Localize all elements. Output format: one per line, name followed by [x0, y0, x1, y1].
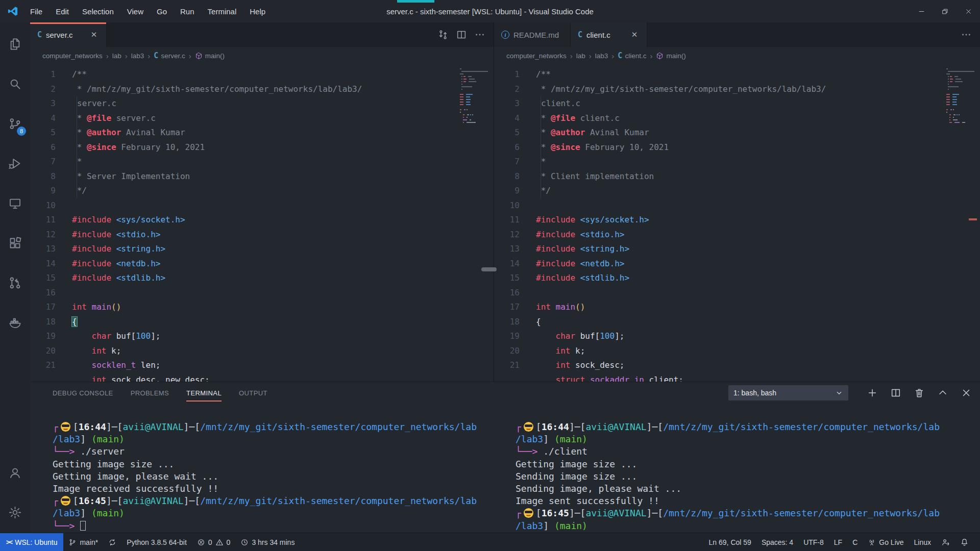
statusbar-encoding[interactable]: UTF-8 [798, 533, 829, 551]
menu-run[interactable]: Run [174, 0, 201, 22]
menu-selection[interactable]: Selection [76, 0, 120, 22]
minimap-line [460, 117, 489, 118]
panel: DEBUG CONSOLEPROBLEMSTERMINALOUTPUT 1: b… [30, 382, 980, 533]
minimap[interactable] [946, 68, 976, 124]
tab-server.c[interactable]: Cserver.c✕ [30, 22, 107, 47]
activity-docker[interactable] [0, 304, 30, 341]
breadcrumb-symbol[interactable]: main() [656, 52, 685, 60]
breadcrumb-item[interactable]: computer_networks [506, 52, 567, 60]
breadcrumb-file[interactable]: Cclient.c [618, 51, 646, 60]
minimap-line [946, 68, 976, 69]
minimize-button[interactable] [910, 0, 933, 22]
sync-icon [108, 538, 116, 546]
window-title: server.c - sixth-semester [WSL: Ubuntu] … [386, 7, 594, 16]
statusbar-cursor-position[interactable]: Ln 69, Col 59 [704, 533, 756, 551]
statusbar-language-mode[interactable]: C [847, 533, 863, 551]
terminal-right[interactable]: ┌[16:44]─[avii@AVINAL]─[/mnt/z/my_git/si… [516, 404, 977, 533]
statusbar-sync[interactable] [103, 533, 121, 551]
terminal-line: ┌[16:44]─[avii@AVINAL]─[/mnt/z/my_git/si… [516, 421, 977, 433]
menu-view[interactable]: View [120, 0, 150, 22]
panel-tab-problems[interactable]: PROBLEMS [131, 382, 169, 404]
chevron-right-icon: › [589, 52, 592, 60]
split-terminal-icon[interactable] [890, 387, 901, 398]
code-line: * @author Avinal Kumar [72, 126, 494, 140]
menu-terminal[interactable]: Terminal [201, 0, 243, 22]
breadcrumb-file[interactable]: Cserver.c [154, 51, 185, 60]
more-icon[interactable] [961, 29, 972, 40]
split-editor-icon[interactable] [456, 29, 467, 40]
restore-button[interactable] [933, 0, 957, 22]
breadcrumb-symbol[interactable]: main() [195, 52, 225, 60]
activity-remote-explorer[interactable] [0, 185, 30, 221]
breadcrumb-item[interactable]: computer_networks [42, 52, 103, 60]
activity-explorer[interactable] [0, 26, 30, 62]
more-icon[interactable] [474, 29, 485, 40]
menu-go[interactable]: Go [150, 0, 174, 22]
maximize-panel-icon[interactable] [937, 387, 948, 398]
chevron-right-icon: › [125, 52, 128, 60]
close-panel-icon[interactable] [961, 387, 972, 398]
terminal-line: Image received successfully !! [53, 483, 503, 495]
statusbar-problems[interactable]: 00 [192, 533, 236, 551]
panel-tab-terminal[interactable]: TERMINAL [186, 382, 222, 404]
statusbar-python-interpreter[interactable]: Python 3.8.5 64-bit [121, 533, 192, 551]
statusbar-feedback[interactable] [936, 533, 955, 551]
activity-github-pr[interactable] [0, 264, 30, 301]
code-line: #include <netdb.h> [72, 257, 494, 271]
terminal-split: ┌[16:44]─[avii@AVINAL]─[/mnt/z/my_git/si… [30, 404, 980, 533]
sunglasses-emoji [61, 422, 70, 432]
sunglasses-emoji [524, 422, 533, 432]
statusbar-indentation[interactable]: Spaces: 4 [756, 533, 798, 551]
minimap-line [460, 104, 489, 105]
minimap[interactable] [460, 68, 489, 124]
tab-README.md[interactable]: iREADME.md [494, 22, 571, 47]
statusbar-remote-indicator[interactable]: ><WSL: Ubuntu [0, 533, 63, 551]
code-line: int sock_desc; [536, 358, 980, 373]
title-bar: FileEditSelectionViewGoRunTerminalHelp s… [0, 0, 980, 22]
split-sash-handle[interactable] [481, 267, 497, 271]
activity-search[interactable] [0, 65, 30, 102]
terminal-line: /lab3] (main) [53, 507, 503, 519]
activity-account[interactable] [0, 454, 30, 491]
statusbar-os-distro[interactable]: Linux [909, 533, 936, 551]
tab-client.c[interactable]: Cclient.c✕ [571, 22, 647, 47]
code-line: * [536, 155, 980, 169]
breadcrumb-item[interactable]: lab [112, 52, 121, 60]
minimap-line [946, 117, 976, 118]
code-area[interactable]: 123456789101112131415161718192021/** * /… [494, 64, 980, 382]
breadcrumb-item[interactable]: lab3 [595, 52, 608, 60]
activity-source-control[interactable]: 8 [0, 105, 30, 142]
statusbar-go-live[interactable]: Go Live [863, 533, 909, 551]
terminal-left[interactable]: ┌[16:44]─[avii@AVINAL]─[/mnt/z/my_git/si… [53, 404, 503, 533]
statusbar-notifications[interactable] [955, 533, 974, 551]
statusbar-git-branch[interactable]: main* [63, 533, 103, 551]
panel-tab-debug-console[interactable]: DEBUG CONSOLE [53, 382, 113, 404]
close-icon[interactable]: ✕ [89, 30, 99, 40]
statusbar-time-tracker[interactable]: 3 hrs 34 mins [235, 533, 300, 551]
activity-run-debug[interactable] [0, 145, 30, 182]
breadcrumb-item[interactable]: lab3 [131, 52, 144, 60]
menu-file[interactable]: File [23, 0, 49, 22]
new-terminal-icon[interactable] [867, 387, 878, 398]
activity-extensions[interactable] [0, 224, 30, 261]
c-file-icon: C [37, 30, 42, 39]
code-line: * @since February 10, 2021 [72, 140, 494, 155]
code-line: #include <netdb.h> [536, 257, 980, 271]
minimap-line [460, 73, 489, 74]
panel-tab-output[interactable]: OUTPUT [239, 382, 267, 404]
kill-terminal-icon[interactable] [914, 387, 925, 398]
statusbar-eol[interactable]: LF [829, 533, 847, 551]
c-file-icon: C [578, 30, 582, 39]
close-button[interactable] [957, 0, 980, 22]
menu-edit[interactable]: Edit [49, 0, 76, 22]
activity-settings-gear[interactable] [0, 494, 30, 531]
menu-help[interactable]: Help [243, 0, 272, 22]
close-icon[interactable]: ✕ [629, 30, 640, 40]
open-changes-icon[interactable] [437, 29, 449, 40]
code-area[interactable]: 123456789101112131415161718192021/** * /… [30, 64, 494, 382]
broadcast-icon [868, 538, 876, 546]
code-line: char buf[100]; [72, 329, 494, 344]
terminal-line: /lab3] (main) [516, 433, 977, 445]
breadcrumb-item[interactable]: lab [576, 52, 585, 60]
terminal-picker-dropdown[interactable]: 1: bash, bash [728, 385, 848, 400]
